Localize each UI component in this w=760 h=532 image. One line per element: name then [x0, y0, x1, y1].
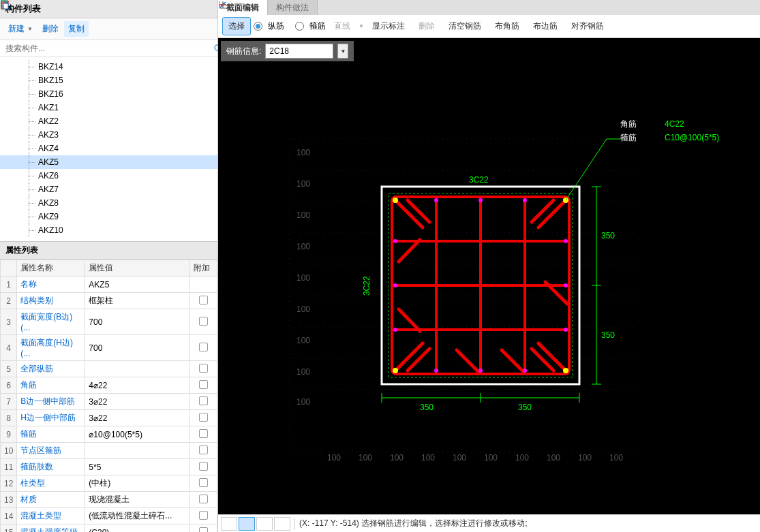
line-button: 直线 — [329, 18, 356, 35]
tree-item[interactable]: AKZ1 — [0, 101, 217, 114]
align-button[interactable]: 对齐钢筋 — [566, 18, 609, 35]
status-btn-3[interactable] — [256, 517, 273, 531]
svg-point-68 — [393, 368, 398, 373]
svg-text:100: 100 — [484, 453, 498, 463]
property-row[interactable]: 1名称AKZ5 — [1, 277, 217, 293]
property-row[interactable]: 9箍筋⌀10@100(5*5) — [1, 426, 217, 443]
property-row[interactable]: 11箍筋肢数5*5 — [1, 459, 217, 475]
svg-text:100: 100 — [390, 453, 404, 463]
svg-text:100: 100 — [297, 367, 310, 377]
property-row[interactable]: 15混凝土强度等级(C30) — [1, 525, 217, 533]
svg-text:3C22: 3C22 — [362, 276, 371, 296]
rebar-info-input[interactable] — [265, 44, 333, 59]
tree-item[interactable]: BKZ15 — [0, 74, 217, 87]
del-button: 删除 — [413, 18, 440, 35]
tab[interactable]: 构件做法 — [268, 0, 318, 15]
new-button[interactable]: 新建 ▼ — [4, 21, 37, 37]
property-row[interactable]: 10节点区箍筋 — [1, 443, 217, 459]
property-row[interactable]: 8H边一侧中部筋3⌀22 — [1, 410, 217, 426]
tree-item[interactable]: BKZ16 — [0, 87, 217, 101]
clear-button[interactable]: 清空钢筋 — [443, 18, 487, 35]
tree-item[interactable]: AKZ8 — [0, 196, 217, 210]
show-dim-button[interactable]: 显示标注 — [367, 18, 410, 35]
tree-item[interactable]: AKZ5 — [0, 155, 217, 169]
svg-point-62 — [393, 239, 397, 243]
property-row[interactable]: 3截面宽度(B边)(...700 — [1, 309, 217, 335]
svg-rect-3 — [3, 3, 8, 9]
radio-zong[interactable] — [254, 22, 262, 31]
property-row[interactable]: 4截面高度(H边)(...700 — [1, 335, 217, 361]
property-row[interactable]: 13材质现浇混凝土 — [1, 492, 217, 508]
svg-line-51 — [532, 349, 553, 371]
svg-text:箍筋: 箍筋 — [620, 133, 637, 142]
gu-label: 箍筋 — [309, 20, 326, 32]
svg-line-52 — [399, 240, 420, 262]
col-index — [1, 260, 17, 277]
radio-gu[interactable] — [295, 22, 304, 31]
svg-line-48 — [397, 343, 423, 369]
copy-icon — [0, 0, 10, 10]
tree-item[interactable]: AKZ7 — [0, 183, 217, 196]
svg-text:350: 350 — [420, 403, 434, 412]
select-button[interactable]: 选择 — [222, 17, 251, 35]
section-canvas[interactable]: 100100 100100 100100 100100 100 100100 1… — [218, 64, 760, 514]
edge-button[interactable]: 布边筋 — [528, 18, 563, 35]
delete-button[interactable]: 删除 — [38, 21, 63, 37]
svg-line-81 — [566, 139, 607, 200]
svg-line-45 — [408, 200, 429, 222]
svg-line-49 — [408, 349, 429, 371]
svg-text:100: 100 — [297, 210, 310, 220]
svg-point-72 — [563, 368, 568, 373]
svg-point-70 — [478, 369, 483, 373]
svg-point-58 — [434, 198, 438, 202]
property-row[interactable]: 14混凝土类型(低流动性混凝土碎石... — [1, 508, 217, 525]
svg-point-67 — [564, 328, 568, 332]
copy-label: 复制 — [68, 23, 85, 35]
svg-text:100: 100 — [297, 242, 310, 251]
svg-text:100: 100 — [327, 453, 341, 463]
svg-point-57 — [393, 198, 398, 203]
rebar-info-label: 钢筋信息: — [226, 46, 261, 57]
svg-line-50 — [538, 343, 564, 369]
svg-point-71 — [523, 369, 527, 373]
property-row[interactable]: 12柱类型(中柱) — [1, 475, 217, 492]
svg-text:100: 100 — [547, 453, 560, 463]
status-btn-4[interactable] — [274, 517, 290, 531]
svg-point-65 — [564, 283, 568, 287]
tree-item[interactable]: AKZ9 — [0, 210, 217, 223]
status-btn-1[interactable] — [221, 517, 237, 531]
property-row[interactable]: 7B边一侧中部筋3⌀22 — [1, 394, 217, 410]
svg-text:100: 100 — [359, 453, 372, 463]
svg-text:350: 350 — [601, 231, 615, 240]
property-row[interactable]: 5全部纵筋 — [1, 361, 217, 377]
svg-line-44 — [397, 202, 423, 228]
tree-item[interactable]: AKZ2 — [0, 114, 217, 128]
tree-item[interactable]: AKZ4 — [0, 142, 217, 155]
svg-text:100: 100 — [609, 453, 623, 463]
property-row[interactable]: 6角筋4⌀22 — [1, 377, 217, 394]
svg-text:4C22: 4C22 — [665, 119, 684, 129]
svg-line-56 — [502, 350, 523, 372]
status-text: (X: -117 Y: -514) 选择钢筋进行编辑，选择标注进行修改或移动; — [299, 518, 528, 529]
svg-line-46 — [538, 202, 564, 228]
property-list-title: 属性列表 — [0, 241, 217, 260]
copy-button[interactable]: 复制 — [64, 21, 89, 37]
svg-text:100: 100 — [297, 179, 310, 189]
tree-item[interactable]: AKZ3 — [0, 128, 217, 142]
svg-text:C10@100(5*5): C10@100(5*5) — [665, 133, 719, 142]
svg-text:100: 100 — [297, 148, 310, 157]
svg-point-60 — [523, 198, 527, 202]
rebar-dropdown[interactable]: ▼ — [337, 44, 348, 59]
svg-point-63 — [564, 239, 568, 243]
corner-button[interactable]: 布角筋 — [489, 18, 525, 35]
component-list-title: 构件列表 — [0, 0, 217, 18]
property-row[interactable]: 2结构类别框架柱 — [1, 293, 217, 309]
status-btn-2[interactable] — [239, 517, 255, 531]
tree-item[interactable]: BKZ14 — [0, 60, 217, 74]
search-input[interactable] — [0, 40, 217, 57]
svg-text:100: 100 — [578, 453, 592, 463]
tree-item[interactable]: AKZ6 — [0, 169, 217, 183]
svg-text:100: 100 — [297, 273, 310, 283]
svg-line-53 — [399, 309, 420, 331]
tree-item[interactable]: AKZ10 — [0, 223, 217, 237]
